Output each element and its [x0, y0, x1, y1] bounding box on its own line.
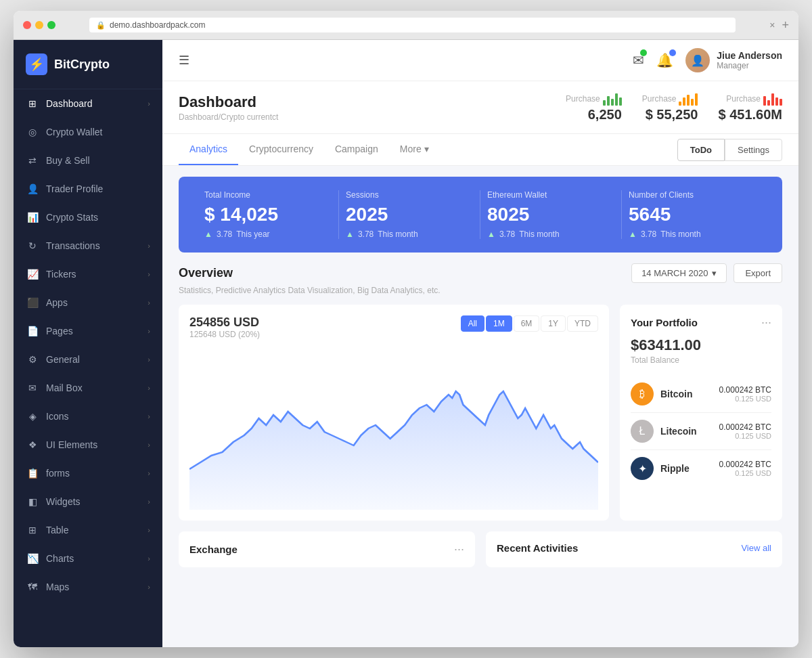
pages-arrow: ›: [148, 327, 150, 335]
sidebar-item-charts[interactable]: 📉 Charts ›: [14, 544, 162, 573]
dash-stats: Purchase 6,250: [566, 92, 782, 123]
stat-label-2: Purchase: [642, 92, 698, 106]
view-all-button[interactable]: View all: [741, 543, 771, 553]
sidebar-item-trader-profile[interactable]: 👤 Trader Profile: [14, 175, 162, 203]
sessions-sub: ▲ 3.78 This month: [346, 229, 473, 239]
maximize-dot[interactable]: [47, 21, 55, 29]
sidebar-item-table[interactable]: ⊞ Table ›: [14, 516, 162, 544]
litecoin-name: Litecoin: [660, 426, 713, 437]
chart-area: [189, 347, 598, 510]
icons-arrow: ›: [148, 412, 150, 420]
coin-item-litecoin: Ł Litecoin 0.000242 BTC 0.125 USD: [631, 413, 771, 450]
apps-icon: ⬛: [26, 296, 39, 309]
sidebar-item-maps[interactable]: 🗺 Maps ›: [14, 573, 162, 601]
general-arrow: ›: [148, 355, 150, 364]
sidebar-item-widgets[interactable]: ◧ Widgets ›: [14, 487, 162, 516]
top-header: ☰ ✉ 🔔 👤 Jiue Ande: [162, 40, 798, 81]
total-income-sub-num: 3.78: [217, 229, 232, 239]
new-tab-btn[interactable]: +: [782, 18, 789, 32]
sidebar-item-buy-sell[interactable]: ⇄ Buy & Sell: [14, 146, 162, 175]
date-picker[interactable]: 14 MARCH 2020 ▾: [631, 263, 727, 283]
ethereum-value: 8025: [487, 204, 614, 225]
clients-label: Number of Clients: [629, 190, 757, 200]
portfolio-menu-button[interactable]: ···: [761, 315, 771, 330]
tab-btn-todo[interactable]: ToDo: [677, 139, 725, 161]
sidebar-item-tickers[interactable]: 📈 Tickers ›: [14, 260, 162, 288]
sidebar-item-ui-elements[interactable]: ❖ UI Elements ›: [14, 431, 162, 459]
clients-sub-label: This month: [660, 229, 700, 239]
minimize-dot[interactable]: [35, 21, 43, 29]
page-title: Dashboard: [179, 93, 278, 111]
sidebar-item-mailbox[interactable]: ✉ Mail Box ›: [14, 374, 162, 402]
sidebar-nav: ⊞ Dashboard › ◎ Crypto Wallet ⇄ Buy & Se…: [14, 89, 162, 601]
exchange-header: Exchange ···: [189, 542, 464, 556]
sidebar-item-transactions[interactable]: ↻ Transactions ›: [14, 232, 162, 260]
tab-more[interactable]: More ▾: [389, 134, 440, 165]
mailbox-icon: ✉: [26, 381, 39, 395]
forms-icon: 📋: [26, 466, 39, 480]
tab-cryptocurrency[interactable]: Cryptocurrency: [238, 134, 324, 165]
tabs-right: ToDo Settings: [677, 139, 782, 161]
stat-value-3: $ 451.60M: [718, 107, 782, 123]
sidebar-item-crypto-wallet[interactable]: ◎ Crypto Wallet: [14, 118, 162, 146]
address-bar[interactable]: 🔒 demo.dashboardpack.com: [89, 18, 736, 32]
maps-arrow: ›: [148, 583, 150, 591]
sidebar-item-pages[interactable]: 📄 Pages ›: [14, 317, 162, 345]
sidebar-item-forms[interactable]: 📋 forms ›: [14, 459, 162, 487]
sidebar-label-trader-profile: Trader Profile: [46, 183, 150, 194]
close-dot[interactable]: [23, 21, 31, 29]
clients-sub: ▲ 3.78 This month: [629, 229, 757, 239]
charts-arrow: ›: [148, 554, 150, 563]
sidebar-item-apps[interactable]: ⬛ Apps ›: [14, 288, 162, 317]
filter-btn-all[interactable]: All: [461, 315, 484, 332]
notification-button[interactable]: 🔔: [656, 52, 673, 68]
coin-item-bitcoin: ₿ Bitcoin 0.000242 BTC 0.125 USD: [631, 376, 771, 413]
sidebar-item-dashboard[interactable]: ⊞ Dashboard ›: [14, 89, 162, 118]
recent-activities-panel: Recent Activities View all: [486, 531, 782, 567]
chart-usd-value: 254856 USD: [189, 315, 260, 330]
tickers-arrow: ›: [148, 270, 150, 278]
portfolio-header: Your Portfolio ···: [631, 315, 771, 330]
filter-btn-6m[interactable]: 6M: [514, 315, 540, 332]
portfolio-panel: Your Portfolio ··· $63411.00 Total Balan…: [620, 305, 782, 521]
overview-header: Overview 14 MARCH 2020 ▾ Export: [179, 263, 782, 283]
buy-sell-icon: ⇄: [26, 154, 39, 167]
sidebar-item-crypto-stats[interactable]: 📊 Crypto Stats: [14, 203, 162, 232]
stat-text-1: Purchase: [566, 94, 600, 104]
transactions-icon: ↻: [26, 239, 39, 253]
stat-purchase-2: Purchase $ 55,250: [642, 92, 698, 123]
chart-svg: [189, 347, 598, 510]
exchange-menu-button[interactable]: ···: [454, 542, 464, 556]
tab-btn-settings[interactable]: Settings: [725, 139, 782, 161]
app-container: ⚡ BitCrypto ⊞ Dashboard › ◎ Crypto Walle…: [14, 40, 798, 647]
tab-campaign[interactable]: Campaign: [324, 134, 389, 165]
bitcoin-icon: ₿: [631, 382, 654, 405]
ethereum-sub-num: 3.78: [499, 229, 515, 239]
filter-btn-1y[interactable]: 1Y: [541, 315, 566, 332]
stat-label-3: Purchase: [718, 92, 782, 106]
tickers-icon: 📈: [26, 267, 39, 281]
stat-value-2: $ 55,250: [642, 107, 698, 123]
tabs-bar: Analytics Cryptocurrency Campaign More ▾…: [162, 134, 798, 166]
sidebar-label-icons: Icons: [46, 411, 148, 422]
breadcrumb: Dashboard/Crypto currentct: [179, 112, 278, 122]
close-btn[interactable]: ×: [769, 20, 775, 30]
user-name: Jiue Anderson: [717, 50, 782, 61]
sessions-value: 2025: [346, 204, 473, 225]
sidebar-label-mailbox: Mail Box: [46, 382, 148, 393]
chart-filter-buttons: All 1M 6M 1Y YTD: [461, 315, 598, 332]
tab-analytics[interactable]: Analytics: [179, 134, 238, 165]
forms-arrow: ›: [148, 469, 150, 477]
filter-btn-1m[interactable]: 1M: [486, 315, 512, 332]
sidebar-item-icons[interactable]: ◈ Icons ›: [14, 402, 162, 431]
notification-badge: [669, 49, 676, 56]
browser-dots: [23, 21, 55, 29]
sidebar-logo: ⚡ BitCrypto: [14, 40, 162, 89]
filter-btn-ytd[interactable]: YTD: [567, 315, 598, 332]
hamburger-menu[interactable]: ☰: [179, 53, 189, 68]
overview-section: Overview 14 MARCH 2020 ▾ Export Statisti…: [162, 263, 798, 531]
sidebar-item-general[interactable]: ⚙ General ›: [14, 345, 162, 374]
sidebar-label-ui-elements: UI Elements: [46, 439, 148, 450]
email-button[interactable]: ✉: [633, 52, 644, 68]
export-button[interactable]: Export: [734, 263, 782, 283]
